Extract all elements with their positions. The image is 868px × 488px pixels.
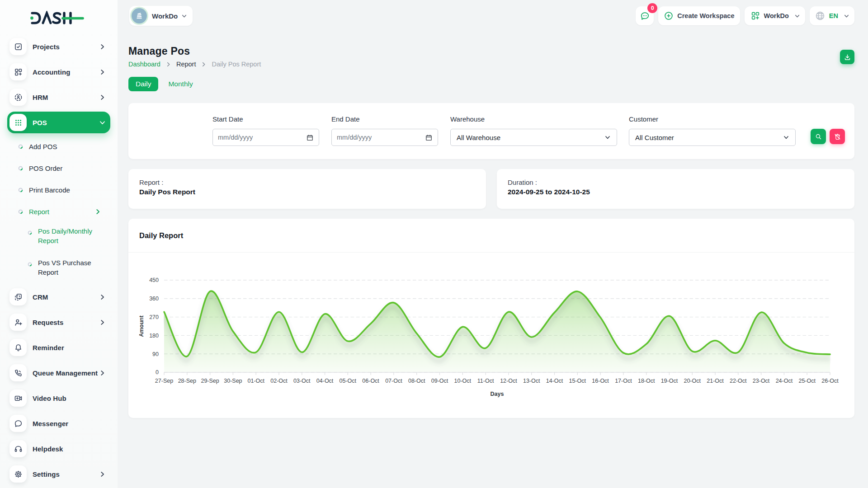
sidebar-item-label: Video Hub — [33, 394, 110, 402]
breadcrumb-dashboard[interactable]: Dashboard — [128, 61, 160, 68]
daily-report-card: Daily Report 090180270360450Amount27-Sep… — [128, 219, 854, 418]
svg-text:08-Oct: 08-Oct — [408, 378, 425, 384]
workspace-menu-button[interactable]: WorkDo — [745, 6, 805, 25]
projects-icon — [9, 38, 27, 55]
sidebar-item-label: Accounting — [33, 68, 99, 76]
sidebar-item-projects[interactable]: Projects — [7, 37, 110, 56]
sidebar-item-pos[interactable]: POS — [7, 112, 110, 133]
messages-button[interactable]: 0 — [636, 6, 654, 25]
topbar: WorkDo 0 Create Workspace — [118, 0, 868, 32]
download-icon — [844, 53, 851, 61]
sidebar-subitem-pos-daily-monthly-report[interactable]: Pos Daily/Monthly Report — [7, 226, 110, 245]
svg-text:27-Sep: 27-Sep — [155, 378, 173, 384]
sidebar-item-accounting[interactable]: Accounting — [7, 62, 110, 81]
sidebar-subitem-report[interactable]: Report — [7, 205, 110, 218]
start-date-input[interactable]: mm/dd/yyyy — [212, 129, 319, 146]
chevron-right-icon — [99, 94, 106, 101]
create-workspace-button[interactable]: Create Workspace — [658, 6, 740, 25]
sidebar-item-label: HRM — [33, 94, 99, 101]
chevron-right-icon — [99, 370, 106, 376]
sidebar-item-label: Requests — [33, 319, 99, 326]
sidebar-subitem-label: Pos Daily/Monthly Report — [38, 226, 94, 245]
daily-report-title: Daily Report — [139, 231, 183, 240]
duration-summary-label: Duration : — [508, 178, 844, 186]
reminder-icon — [9, 339, 27, 356]
y-axis-labels: 090180270360450 — [149, 277, 159, 375]
filter-card: Start Date mm/dd/yyyy End Date mm/dd/yyy… — [128, 103, 854, 159]
summary-row: Report : Daily Pos Report Duration : 202… — [128, 169, 854, 209]
messenger-icon — [9, 415, 27, 432]
sidebar-submenu-pos: Add POS POS Order Print Barcode Report P… — [7, 140, 110, 277]
grid-plus-icon — [750, 11, 760, 21]
svg-text:17-Oct: 17-Oct — [615, 378, 632, 384]
end-date-input[interactable]: mm/dd/yyyy — [331, 129, 438, 146]
sidebar-subitem-pos-vs-purchase-report[interactable]: Pos VS Purchase Report — [7, 258, 110, 277]
sidebar-subitem-pos-order[interactable]: POS Order — [7, 161, 110, 175]
chevron-down-icon — [783, 134, 789, 141]
chevron-right-icon — [99, 294, 106, 300]
warehouse-label: Warehouse — [450, 115, 617, 123]
breadcrumb-report[interactable]: Report — [176, 61, 196, 68]
download-button[interactable] — [840, 50, 854, 64]
disc-bullet-icon — [18, 209, 23, 214]
svg-text:0: 0 — [156, 369, 159, 375]
helpdesk-icon — [9, 440, 27, 457]
duration-summary-card: Duration : 2024-09-25 to 2024-10-25 — [497, 169, 854, 209]
settings-icon — [9, 465, 27, 483]
requests-icon — [9, 314, 27, 331]
brand-logo[interactable] — [0, 0, 118, 28]
report-summary-label: Report : — [139, 178, 475, 186]
svg-text:02-Oct: 02-Oct — [270, 378, 288, 384]
svg-text:30-Sep: 30-Sep — [224, 378, 242, 384]
sidebar-item-video-hub[interactable]: Video Hub — [7, 389, 110, 408]
svg-text:14-Oct: 14-Oct — [546, 378, 563, 384]
sidebar-nav: Projects Accounting HRM POS Add POS POS … — [0, 28, 118, 483]
workspace-selector[interactable]: WorkDo — [129, 6, 193, 26]
y-axis-title: Amount — [138, 315, 145, 337]
customer-select[interactable]: All Customer — [629, 129, 796, 146]
duration-summary-value: 2024-09-25 to 2024-10-25 — [508, 188, 844, 196]
globe-icon — [815, 10, 826, 21]
tab-monthly[interactable]: Monthly — [165, 77, 196, 91]
calendar-icon — [425, 134, 433, 141]
sidebar-item-requests[interactable]: Requests — [7, 313, 110, 332]
disc-bullet-icon — [18, 144, 23, 149]
sidebar-item-label: Reminder — [33, 344, 110, 352]
sidebar-item-settings[interactable]: Settings — [7, 465, 110, 483]
language-label: EN — [829, 12, 838, 19]
svg-text:270: 270 — [149, 314, 159, 320]
svg-text:29-Sep: 29-Sep — [201, 378, 219, 384]
main-content: Manage Pos Dashboard Report Daily Pos Re… — [128, 32, 854, 418]
sidebar-subitem-label: Add POS — [29, 142, 110, 151]
sidebar-item-queue-management[interactable]: Queue Management — [7, 363, 110, 382]
sidebar: Projects Accounting HRM POS Add POS POS … — [0, 0, 118, 488]
svg-text:20-Oct: 20-Oct — [684, 378, 701, 384]
svg-text:180: 180 — [149, 333, 159, 339]
warehouse-select[interactable]: All Warehouse — [450, 129, 617, 146]
svg-text:05-Oct: 05-Oct — [340, 378, 357, 384]
crm-icon — [9, 288, 27, 305]
sidebar-subitem-label: Print Barcode — [29, 185, 110, 195]
breadcrumb-current: Daily Pos Report — [212, 61, 261, 68]
language-menu-button[interactable]: EN — [810, 6, 854, 25]
accounting-icon — [9, 63, 27, 80]
svg-text:22-Oct: 22-Oct — [730, 378, 747, 384]
svg-text:11-Oct: 11-Oct — [477, 378, 494, 384]
sidebar-item-reminder[interactable]: Reminder — [7, 338, 110, 357]
sidebar-item-helpdesk[interactable]: Helpdesk — [7, 439, 110, 458]
sidebar-subitem-print-barcode[interactable]: Print Barcode — [7, 183, 110, 197]
sidebar-item-messenger[interactable]: Messenger — [7, 414, 110, 433]
start-date-group: Start Date mm/dd/yyyy — [212, 115, 319, 146]
tab-daily[interactable]: Daily — [128, 77, 158, 91]
svg-text:26-Oct: 26-Oct — [821, 378, 839, 384]
x-axis-title: Days — [491, 391, 504, 397]
sidebar-item-crm[interactable]: CRM — [7, 287, 110, 306]
reset-filter-button[interactable] — [830, 129, 845, 144]
sidebar-subitem-label: POS Order — [29, 164, 110, 173]
sidebar-item-hrm[interactable]: HRM — [7, 88, 110, 107]
disc-bullet-icon — [28, 226, 32, 245]
daily-report-card-header: Daily Report — [128, 219, 854, 253]
pos-icon — [9, 114, 27, 131]
search-button[interactable] — [811, 129, 826, 144]
sidebar-subitem-add-pos[interactable]: Add POS — [7, 140, 110, 153]
